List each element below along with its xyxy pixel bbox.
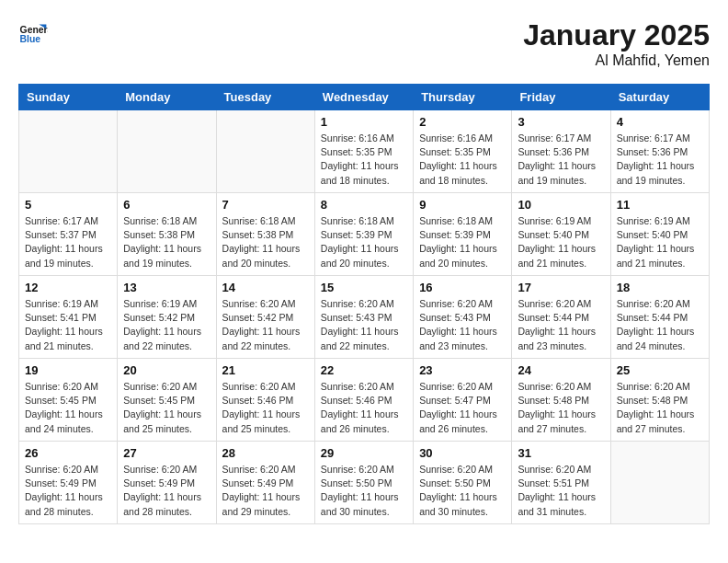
- day-number: 6: [123, 198, 210, 212]
- day-header-monday: Monday: [118, 85, 216, 110]
- day-header-tuesday: Tuesday: [216, 85, 314, 110]
- day-info: Sunrise: 6:20 AM Sunset: 5:49 PM Dayligh…: [123, 463, 210, 519]
- day-number: 23: [419, 363, 506, 377]
- calendar-cell: 2Sunrise: 6:16 AM Sunset: 5:35 PM Daylig…: [414, 110, 512, 193]
- calendar-cell: 12Sunrise: 6:19 AM Sunset: 5:41 PM Dayli…: [19, 276, 118, 359]
- calendar-cell: 28Sunrise: 6:20 AM Sunset: 5:49 PM Dayli…: [216, 442, 314, 524]
- day-info: Sunrise: 6:16 AM Sunset: 5:35 PM Dayligh…: [419, 132, 506, 188]
- day-info: Sunrise: 6:19 AM Sunset: 5:42 PM Dayligh…: [123, 297, 210, 353]
- calendar-cell: 31Sunrise: 6:20 AM Sunset: 5:51 PM Dayli…: [512, 442, 610, 524]
- calendar-cell: 27Sunrise: 6:20 AM Sunset: 5:49 PM Dayli…: [118, 442, 216, 524]
- day-number: 20: [123, 363, 210, 377]
- calendar-cell: 10Sunrise: 6:19 AM Sunset: 5:40 PM Dayli…: [512, 193, 610, 276]
- day-info: Sunrise: 6:20 AM Sunset: 5:47 PM Dayligh…: [419, 380, 506, 436]
- calendar-cell: 5Sunrise: 6:17 AM Sunset: 5:37 PM Daylig…: [19, 193, 118, 276]
- day-number: 10: [518, 198, 604, 212]
- day-number: 19: [25, 363, 111, 377]
- day-number: 9: [419, 198, 506, 212]
- calendar-cell: 26Sunrise: 6:20 AM Sunset: 5:49 PM Dayli…: [19, 442, 118, 524]
- day-number: 5: [25, 198, 111, 212]
- calendar-table: SundayMondayTuesdayWednesdayThursdayFrid…: [18, 84, 710, 524]
- day-number: 25: [617, 363, 703, 377]
- week-row-2: 5Sunrise: 6:17 AM Sunset: 5:37 PM Daylig…: [19, 193, 710, 276]
- calendar-cell: [216, 110, 314, 193]
- location-subtitle: Al Mahfid, Yemen: [523, 52, 710, 69]
- day-number: 1: [321, 115, 407, 129]
- day-number: 4: [617, 115, 703, 129]
- calendar-header-row: SundayMondayTuesdayWednesdayThursdayFrid…: [19, 85, 710, 110]
- day-number: 21: [222, 363, 309, 377]
- day-info: Sunrise: 6:20 AM Sunset: 5:44 PM Dayligh…: [617, 297, 703, 353]
- day-info: Sunrise: 6:20 AM Sunset: 5:48 PM Dayligh…: [617, 380, 703, 436]
- calendar-cell: 21Sunrise: 6:20 AM Sunset: 5:46 PM Dayli…: [216, 359, 314, 442]
- day-number: 3: [518, 115, 604, 129]
- day-info: Sunrise: 6:20 AM Sunset: 5:43 PM Dayligh…: [419, 297, 506, 353]
- day-number: 24: [518, 363, 604, 377]
- day-info: Sunrise: 6:18 AM Sunset: 5:38 PM Dayligh…: [222, 214, 309, 270]
- day-info: Sunrise: 6:20 AM Sunset: 5:42 PM Dayligh…: [222, 297, 309, 353]
- calendar-cell: 7Sunrise: 6:18 AM Sunset: 5:38 PM Daylig…: [216, 193, 314, 276]
- week-row-1: 1Sunrise: 6:16 AM Sunset: 5:35 PM Daylig…: [19, 110, 710, 193]
- logo: General Blue: [18, 18, 48, 48]
- day-number: 7: [222, 198, 309, 212]
- day-info: Sunrise: 6:20 AM Sunset: 5:49 PM Dayligh…: [222, 463, 309, 519]
- day-number: 12: [25, 281, 111, 294]
- day-number: 28: [222, 446, 309, 460]
- calendar-title: January 2025 Al Mahfid, Yemen: [523, 18, 710, 69]
- calendar-cell: 17Sunrise: 6:20 AM Sunset: 5:44 PM Dayli…: [512, 276, 610, 359]
- day-number: 8: [321, 198, 407, 212]
- calendar-cell: 16Sunrise: 6:20 AM Sunset: 5:43 PM Dayli…: [414, 276, 512, 359]
- day-info: Sunrise: 6:20 AM Sunset: 5:43 PM Dayligh…: [321, 297, 407, 353]
- day-info: Sunrise: 6:18 AM Sunset: 5:39 PM Dayligh…: [419, 214, 506, 270]
- day-info: Sunrise: 6:20 AM Sunset: 5:46 PM Dayligh…: [321, 380, 407, 436]
- day-info: Sunrise: 6:19 AM Sunset: 5:40 PM Dayligh…: [518, 214, 604, 270]
- day-info: Sunrise: 6:20 AM Sunset: 5:49 PM Dayligh…: [25, 463, 111, 519]
- day-info: Sunrise: 6:16 AM Sunset: 5:35 PM Dayligh…: [321, 132, 407, 188]
- day-info: Sunrise: 6:18 AM Sunset: 5:38 PM Dayligh…: [123, 214, 210, 270]
- day-header-saturday: Saturday: [610, 85, 709, 110]
- calendar-cell: 20Sunrise: 6:20 AM Sunset: 5:45 PM Dayli…: [118, 359, 216, 442]
- day-number: 18: [617, 281, 703, 294]
- day-header-wednesday: Wednesday: [314, 85, 413, 110]
- day-number: 16: [419, 281, 506, 294]
- day-info: Sunrise: 6:19 AM Sunset: 5:40 PM Dayligh…: [617, 214, 703, 270]
- day-info: Sunrise: 6:17 AM Sunset: 5:37 PM Dayligh…: [25, 214, 111, 270]
- day-number: 14: [222, 281, 309, 294]
- day-info: Sunrise: 6:17 AM Sunset: 5:36 PM Dayligh…: [518, 132, 604, 188]
- day-number: 26: [25, 446, 111, 460]
- day-number: 27: [123, 446, 210, 460]
- day-number: 15: [321, 281, 407, 294]
- calendar-cell: 24Sunrise: 6:20 AM Sunset: 5:48 PM Dayli…: [512, 359, 610, 442]
- calendar-cell: 9Sunrise: 6:18 AM Sunset: 5:39 PM Daylig…: [414, 193, 512, 276]
- calendar-cell: [118, 110, 216, 193]
- day-info: Sunrise: 6:20 AM Sunset: 5:51 PM Dayligh…: [518, 463, 604, 519]
- day-number: 2: [419, 115, 506, 129]
- calendar-cell: 29Sunrise: 6:20 AM Sunset: 5:50 PM Dayli…: [314, 442, 413, 524]
- calendar-cell: 19Sunrise: 6:20 AM Sunset: 5:45 PM Dayli…: [19, 359, 118, 442]
- calendar-cell: 3Sunrise: 6:17 AM Sunset: 5:36 PM Daylig…: [512, 110, 610, 193]
- day-number: 31: [518, 446, 604, 460]
- calendar-cell: [610, 442, 709, 524]
- day-number: 17: [518, 281, 604, 294]
- day-header-sunday: Sunday: [19, 85, 118, 110]
- day-info: Sunrise: 6:20 AM Sunset: 5:46 PM Dayligh…: [222, 380, 309, 436]
- week-row-3: 12Sunrise: 6:19 AM Sunset: 5:41 PM Dayli…: [19, 276, 710, 359]
- calendar-cell: 4Sunrise: 6:17 AM Sunset: 5:36 PM Daylig…: [610, 110, 709, 193]
- calendar-cell: 11Sunrise: 6:19 AM Sunset: 5:40 PM Dayli…: [610, 193, 709, 276]
- calendar-cell: [19, 110, 118, 193]
- svg-text:Blue: Blue: [20, 34, 41, 44]
- week-row-4: 19Sunrise: 6:20 AM Sunset: 5:45 PM Dayli…: [19, 359, 710, 442]
- calendar-cell: 22Sunrise: 6:20 AM Sunset: 5:46 PM Dayli…: [314, 359, 413, 442]
- calendar-cell: 13Sunrise: 6:19 AM Sunset: 5:42 PM Dayli…: [118, 276, 216, 359]
- day-header-thursday: Thursday: [414, 85, 512, 110]
- day-number: 22: [321, 363, 407, 377]
- month-year-title: January 2025: [523, 18, 710, 52]
- day-info: Sunrise: 6:19 AM Sunset: 5:41 PM Dayligh…: [25, 297, 111, 353]
- calendar-cell: 1Sunrise: 6:16 AM Sunset: 5:35 PM Daylig…: [314, 110, 413, 193]
- day-number: 30: [419, 446, 506, 460]
- logo-icon: General Blue: [18, 18, 48, 48]
- day-info: Sunrise: 6:20 AM Sunset: 5:48 PM Dayligh…: [518, 380, 604, 436]
- day-number: 11: [617, 198, 703, 212]
- calendar-cell: 30Sunrise: 6:20 AM Sunset: 5:50 PM Dayli…: [414, 442, 512, 524]
- day-info: Sunrise: 6:18 AM Sunset: 5:39 PM Dayligh…: [321, 214, 407, 270]
